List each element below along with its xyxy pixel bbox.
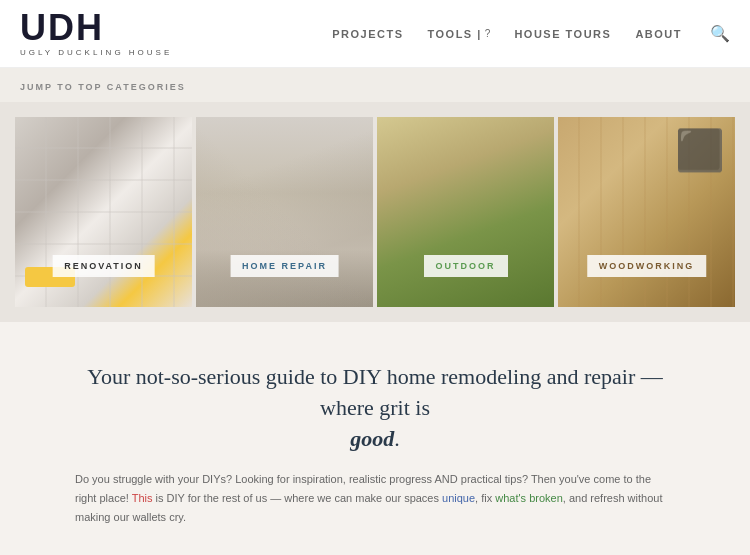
- home-repair-image: [196, 117, 373, 307]
- nav-projects[interactable]: PROJECTS: [332, 28, 403, 40]
- outdoor-label: OUTDOOR: [424, 255, 508, 277]
- nav-tools-link[interactable]: TOOLS |: [428, 28, 482, 40]
- main-nav: PROJECTS TOOLS | ? HOUSE TOURS ABOUT 🔍: [332, 24, 730, 43]
- nav-about[interactable]: ABOUT: [635, 28, 682, 40]
- hero-description: Do you struggle with your DIYs? Looking …: [75, 470, 675, 526]
- jump-label: JUMP TO TOP CATEGORIES: [20, 82, 186, 92]
- search-icon[interactable]: 🔍: [710, 24, 730, 43]
- logo-text: UDH: [20, 10, 104, 46]
- nav-house-tours[interactable]: HOUSE TOURS: [514, 28, 611, 40]
- category-card-outdoor[interactable]: OUTDOOR: [377, 117, 554, 307]
- renovation-image: [15, 117, 192, 307]
- highlight-broken: what's broken: [495, 492, 563, 504]
- category-card-home-repair[interactable]: HOME REPAIR: [196, 117, 373, 307]
- hero-title-text: Your not-so-serious guide to DIY home re…: [87, 364, 663, 420]
- hero-title: Your not-so-serious guide to DIY home re…: [60, 362, 690, 454]
- hero-title-italic: good: [350, 426, 394, 451]
- hero-title-period: .: [394, 426, 400, 451]
- woodworking-image: [558, 117, 735, 307]
- logo-subtitle: UGLY DUCKLING HOUSE: [20, 48, 172, 57]
- renovation-label: RENOVATION: [52, 255, 155, 277]
- logo[interactable]: UDH UGLY DUCKLING HOUSE: [20, 10, 172, 57]
- highlight-unique: unique: [442, 492, 475, 504]
- nav-tools-dropdown[interactable]: TOOLS | ?: [428, 28, 491, 40]
- woodworking-label: WOODWORKING: [587, 255, 707, 277]
- category-grid: RENOVATION HOME REPAIR OUTDOOR WOODWORKI…: [0, 102, 750, 322]
- category-card-renovation[interactable]: RENOVATION: [15, 117, 192, 307]
- outdoor-image: [377, 117, 554, 307]
- highlight-this: This: [132, 492, 153, 504]
- hero-section: Your not-so-serious guide to DIY home re…: [0, 322, 750, 555]
- site-header: UDH UGLY DUCKLING HOUSE PROJECTS TOOLS |…: [0, 0, 750, 68]
- jump-bar: JUMP TO TOP CATEGORIES: [0, 68, 750, 102]
- category-card-woodworking[interactable]: WOODWORKING: [558, 117, 735, 307]
- home-repair-label: HOME REPAIR: [230, 255, 339, 277]
- chevron-down-icon: ?: [485, 28, 491, 39]
